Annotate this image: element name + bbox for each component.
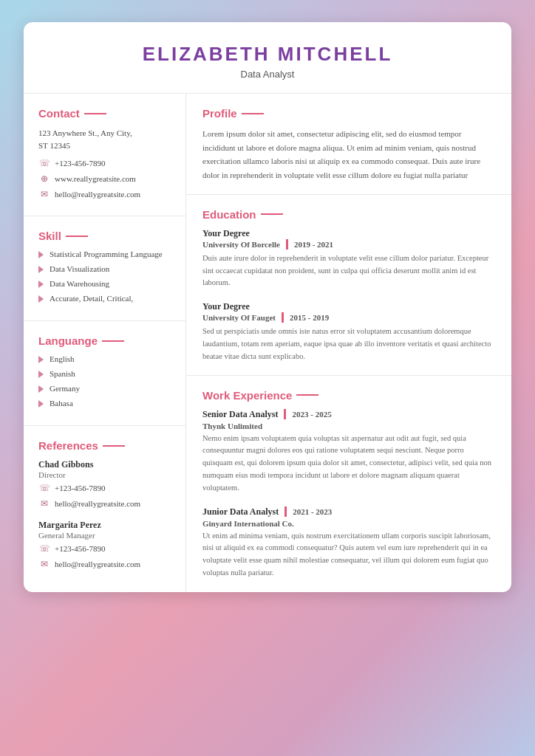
language-item: Bahasa [38,399,171,408]
education-entry: Your Degree University Of Fauget 2015 - … [202,301,495,362]
resume-body: Contact 123 Anywhere St., Any City,ST 12… [24,94,511,592]
skill-item: Accurate, Detail, Critical, [38,294,171,303]
work-years: 2023 - 2025 [292,410,331,419]
triangle-icon [38,295,44,303]
work-experience-section: Work Experience Senior Data Analyst 2023… [186,376,511,591]
contact-address: 123 Anywhere St., Any City,ST 12345 [38,127,171,151]
language-item: Germany [38,384,171,393]
skill-item: Statistical Programming Language [38,250,171,258]
left-column: Contact 123 Anywhere St., Any City,ST 12… [24,94,186,592]
skill-item: Data Warehousing [38,279,171,288]
work-company: Ginyard International Co. [202,519,495,528]
work-meta: Senior Data Analyst 2023 - 2025 [202,409,495,420]
contact-email: ✉ hello@reallygreatsite.com [38,188,171,200]
references-section: References Chad Gibbons Director ☏ +123-… [24,426,185,592]
work-description: Nemo enim ipsam voluptatem quia voluptas… [202,433,495,495]
education-section: Education Your Degree University Of Borc… [186,195,511,376]
education-section-title: Education [202,208,495,221]
work-year-bar [284,506,287,517]
references-section-title: References [38,439,171,452]
ref-phone: ☏ +123-456-7890 [38,482,171,494]
edu-institution: University Of Borcelle [202,240,280,249]
contact-website: ⊕ www.reallygreatsite.com [38,173,171,185]
reference-item: Chad Gibbons Director ☏ +123-456-7890 ✉ … [38,459,171,509]
work-title: Senior Data Analyst [202,409,278,420]
triangle-icon [38,356,44,363]
email-icon: ✉ [38,188,50,200]
reference-item: Margarita Perez General Manager ☏ +123-4… [38,520,171,570]
language-section: Languange English Spanish Germany Bahasa [24,321,185,426]
profile-section: Profile Lorem ipsum dolor sit amet, cons… [186,94,511,195]
candidate-title: Data Analyst [46,69,489,80]
language-item: Spanish [38,369,171,378]
triangle-icon [38,371,44,378]
work-title: Junior Data Analyst [202,506,279,518]
edu-years: 2015 - 2019 [290,313,329,322]
edu-degree: Your Degree [202,301,495,312]
ref-role: General Manager [38,531,171,540]
edu-year-bar [282,312,284,323]
profile-text: Lorem ipsum dolor sit amet, consectetur … [202,127,495,182]
profile-section-title: Profile [202,107,495,120]
triangle-icon [38,385,44,393]
email-icon: ✉ [38,498,50,509]
edu-meta: University Of Borcelle 2019 - 2021 [202,239,495,250]
triangle-icon [38,281,44,288]
edu-years: 2019 - 2021 [294,240,333,249]
work-section-title: Work Experience [202,389,495,402]
edu-year-bar [286,239,288,250]
edu-description: Duis aute irure dolor in reprehenderit i… [202,252,495,289]
work-entry: Senior Data Analyst 2023 - 2025 Thynk Un… [202,409,495,495]
edu-degree: Your Degree [202,228,495,239]
work-company: Thynk Unlimited [202,422,495,430]
candidate-name: ELIZABETH MITCHELL [46,43,489,66]
phone-icon: ☏ [38,543,50,554]
edu-description: Sed ut perspiciatis unde omnis iste natu… [202,326,495,362]
email-icon: ✉ [38,558,50,570]
skill-section: Skill Statistical Programming Language D… [24,216,185,321]
resume-header: ELIZABETH MITCHELL Data Analyst [24,22,511,94]
skill-item: Data Visualization [38,264,171,273]
work-meta: Junior Data Analyst 2021 - 2023 [202,506,495,518]
edu-meta: University Of Fauget 2015 - 2019 [202,312,495,323]
ref-name: Chad Gibbons [38,459,171,470]
phone-icon: ☏ [38,157,50,169]
work-year-bar [284,409,286,419]
edu-institution: University Of Fauget [202,313,276,322]
triangle-icon [38,400,44,408]
ref-email: ✉ hello@reallygreatsite.com [38,498,171,509]
education-entry: Your Degree University Of Borcelle 2019 … [202,228,495,289]
language-item: English [38,354,171,363]
ref-role: Director [38,470,171,479]
work-entry: Junior Data Analyst 2021 - 2023 Ginyard … [202,506,495,580]
language-section-title: Languange [38,334,171,347]
globe-icon: ⊕ [38,173,50,185]
work-description: Ut enim ad minima veniam, quis nostrum e… [202,530,495,580]
phone-icon: ☏ [38,482,50,494]
work-years: 2021 - 2023 [293,507,332,516]
contact-phone: ☏ +123-456-7890 [38,157,171,169]
right-column: Profile Lorem ipsum dolor sit amet, cons… [186,94,511,592]
triangle-icon [38,251,44,258]
contact-section-title: Contact [38,107,171,120]
skill-section-title: Skill [38,230,171,242]
ref-name: Margarita Perez [38,520,171,531]
ref-phone: ☏ +123-456-7890 [38,543,171,554]
triangle-icon [38,266,44,273]
contact-section: Contact 123 Anywhere St., Any City,ST 12… [24,94,185,216]
resume-card: ELIZABETH MITCHELL Data Analyst Contact … [24,22,511,592]
ref-email: ✉ hello@reallygreatsite.com [38,558,171,570]
